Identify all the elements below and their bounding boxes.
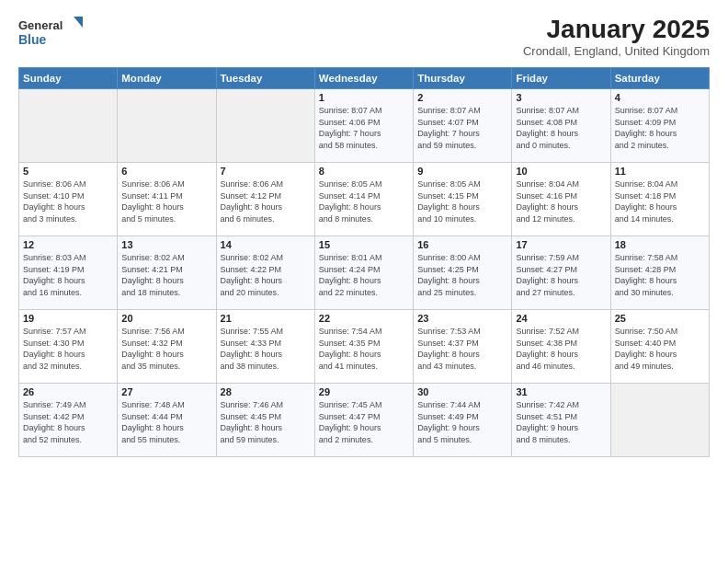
- day-cell: 21Sunrise: 7:55 AM Sunset: 4:33 PM Dayli…: [216, 310, 314, 384]
- day-cell: 10Sunrise: 8:04 AM Sunset: 4:16 PM Dayli…: [512, 163, 610, 236]
- header-cell-tuesday: Tuesday: [216, 68, 314, 89]
- svg-text:Blue: Blue: [18, 32, 47, 47]
- day-info: Sunrise: 8:04 AM Sunset: 4:18 PM Dayligh…: [615, 178, 705, 224]
- day-number: 20: [121, 313, 211, 324]
- day-info: Sunrise: 7:54 AM Sunset: 4:35 PM Dayligh…: [319, 326, 409, 372]
- day-cell: 18Sunrise: 7:58 AM Sunset: 4:28 PM Dayli…: [610, 236, 709, 310]
- location: Crondall, England, United Kingdom: [523, 44, 710, 58]
- day-cell: 15Sunrise: 8:01 AM Sunset: 4:24 PM Dayli…: [314, 236, 413, 310]
- day-number: 15: [319, 239, 409, 250]
- header-cell-thursday: Thursday: [414, 68, 512, 89]
- day-info: Sunrise: 8:06 AM Sunset: 4:10 PM Dayligh…: [23, 178, 113, 224]
- day-info: Sunrise: 8:03 AM Sunset: 4:19 PM Dayligh…: [23, 252, 113, 298]
- day-number: 8: [319, 166, 409, 177]
- day-cell: 4Sunrise: 8:07 AM Sunset: 4:09 PM Daylig…: [610, 89, 709, 163]
- day-number: 21: [221, 313, 311, 324]
- day-info: Sunrise: 7:55 AM Sunset: 4:33 PM Dayligh…: [221, 326, 311, 372]
- day-number: 6: [121, 166, 211, 177]
- week-row-3: 12Sunrise: 8:03 AM Sunset: 4:19 PM Dayli…: [19, 236, 710, 310]
- day-cell: 23Sunrise: 7:53 AM Sunset: 4:37 PM Dayli…: [414, 310, 512, 384]
- header: General Blue January 2025 Crondall, Engl…: [18, 15, 710, 58]
- day-info: Sunrise: 8:07 AM Sunset: 4:06 PM Dayligh…: [319, 105, 409, 151]
- day-info: Sunrise: 7:52 AM Sunset: 4:38 PM Dayligh…: [516, 326, 606, 372]
- day-cell: [118, 89, 216, 163]
- day-cell: 14Sunrise: 8:02 AM Sunset: 4:22 PM Dayli…: [216, 236, 314, 310]
- day-number: 12: [23, 239, 113, 250]
- day-number: 29: [319, 386, 409, 397]
- day-info: Sunrise: 7:48 AM Sunset: 4:44 PM Dayligh…: [121, 399, 211, 445]
- day-number: 18: [615, 239, 705, 250]
- day-number: 25: [615, 313, 705, 324]
- week-row-5: 26Sunrise: 7:49 AM Sunset: 4:42 PM Dayli…: [19, 384, 710, 457]
- day-cell: 9Sunrise: 8:05 AM Sunset: 4:15 PM Daylig…: [414, 163, 512, 236]
- day-number: 31: [516, 386, 606, 397]
- day-number: 13: [121, 239, 211, 250]
- month-title: January 2025: [523, 15, 710, 44]
- day-info: Sunrise: 7:57 AM Sunset: 4:30 PM Dayligh…: [23, 326, 113, 372]
- day-cell: 17Sunrise: 7:59 AM Sunset: 4:27 PM Dayli…: [512, 236, 610, 310]
- day-cell: 26Sunrise: 7:49 AM Sunset: 4:42 PM Dayli…: [19, 384, 118, 457]
- day-cell: 25Sunrise: 7:50 AM Sunset: 4:40 PM Dayli…: [610, 310, 709, 384]
- day-number: 26: [23, 386, 113, 397]
- day-info: Sunrise: 8:02 AM Sunset: 4:22 PM Dayligh…: [221, 252, 311, 298]
- day-number: 24: [516, 313, 606, 324]
- day-cell: [216, 89, 314, 163]
- day-number: 3: [516, 92, 606, 103]
- header-cell-sunday: Sunday: [19, 68, 118, 89]
- header-cell-friday: Friday: [512, 68, 610, 89]
- day-info: Sunrise: 8:06 AM Sunset: 4:12 PM Dayligh…: [221, 178, 311, 224]
- logo-svg: General Blue: [18, 15, 83, 52]
- day-cell: 28Sunrise: 7:46 AM Sunset: 4:45 PM Dayli…: [216, 384, 314, 457]
- day-number: 17: [516, 239, 606, 250]
- calendar-table: SundayMondayTuesdayWednesdayThursdayFrid…: [18, 67, 710, 457]
- day-number: 27: [121, 386, 211, 397]
- day-cell: 31Sunrise: 7:42 AM Sunset: 4:51 PM Dayli…: [512, 384, 610, 457]
- day-number: 16: [417, 239, 507, 250]
- day-cell: 13Sunrise: 8:02 AM Sunset: 4:21 PM Dayli…: [118, 236, 216, 310]
- day-info: Sunrise: 7:46 AM Sunset: 4:45 PM Dayligh…: [221, 399, 311, 445]
- day-number: 7: [221, 166, 311, 177]
- day-number: 2: [417, 92, 507, 103]
- day-cell: 5Sunrise: 8:06 AM Sunset: 4:10 PM Daylig…: [19, 163, 118, 236]
- day-number: 1: [319, 92, 409, 103]
- day-number: 10: [516, 166, 606, 177]
- day-info: Sunrise: 7:56 AM Sunset: 4:32 PM Dayligh…: [121, 326, 211, 372]
- day-cell: 7Sunrise: 8:06 AM Sunset: 4:12 PM Daylig…: [216, 163, 314, 236]
- day-cell: [610, 384, 709, 457]
- day-info: Sunrise: 8:07 AM Sunset: 4:09 PM Dayligh…: [615, 105, 705, 151]
- header-cell-saturday: Saturday: [610, 68, 709, 89]
- day-number: 22: [319, 313, 409, 324]
- day-cell: 11Sunrise: 8:04 AM Sunset: 4:18 PM Dayli…: [610, 163, 709, 236]
- svg-marker-2: [74, 17, 83, 28]
- header-cell-monday: Monday: [118, 68, 216, 89]
- day-cell: 24Sunrise: 7:52 AM Sunset: 4:38 PM Dayli…: [512, 310, 610, 384]
- day-info: Sunrise: 8:02 AM Sunset: 4:21 PM Dayligh…: [121, 252, 211, 298]
- week-row-2: 5Sunrise: 8:06 AM Sunset: 4:10 PM Daylig…: [19, 163, 710, 236]
- day-info: Sunrise: 7:53 AM Sunset: 4:37 PM Dayligh…: [417, 326, 507, 372]
- day-info: Sunrise: 7:49 AM Sunset: 4:42 PM Dayligh…: [23, 399, 113, 445]
- day-info: Sunrise: 7:59 AM Sunset: 4:27 PM Dayligh…: [516, 252, 606, 298]
- day-number: 23: [417, 313, 507, 324]
- day-cell: [19, 89, 118, 163]
- day-number: 14: [221, 239, 311, 250]
- day-cell: 2Sunrise: 8:07 AM Sunset: 4:07 PM Daylig…: [414, 89, 512, 163]
- day-cell: 20Sunrise: 7:56 AM Sunset: 4:32 PM Dayli…: [118, 310, 216, 384]
- day-cell: 6Sunrise: 8:06 AM Sunset: 4:11 PM Daylig…: [118, 163, 216, 236]
- day-cell: 27Sunrise: 7:48 AM Sunset: 4:44 PM Dayli…: [118, 384, 216, 457]
- day-number: 28: [221, 386, 311, 397]
- day-number: 30: [417, 386, 507, 397]
- day-info: Sunrise: 7:42 AM Sunset: 4:51 PM Dayligh…: [516, 399, 606, 445]
- header-row: SundayMondayTuesdayWednesdayThursdayFrid…: [19, 68, 710, 89]
- day-number: 4: [615, 92, 705, 103]
- day-cell: 3Sunrise: 8:07 AM Sunset: 4:08 PM Daylig…: [512, 89, 610, 163]
- calendar-page: General Blue January 2025 Crondall, Engl…: [0, 0, 728, 563]
- day-info: Sunrise: 8:07 AM Sunset: 4:08 PM Dayligh…: [516, 105, 606, 151]
- day-cell: 8Sunrise: 8:05 AM Sunset: 4:14 PM Daylig…: [314, 163, 413, 236]
- day-info: Sunrise: 8:07 AM Sunset: 4:07 PM Dayligh…: [417, 105, 507, 151]
- svg-text:General: General: [18, 18, 63, 32]
- day-number: 5: [23, 166, 113, 177]
- day-number: 9: [417, 166, 507, 177]
- day-cell: 12Sunrise: 8:03 AM Sunset: 4:19 PM Dayli…: [19, 236, 118, 310]
- day-cell: 1Sunrise: 8:07 AM Sunset: 4:06 PM Daylig…: [314, 89, 413, 163]
- day-cell: 16Sunrise: 8:00 AM Sunset: 4:25 PM Dayli…: [414, 236, 512, 310]
